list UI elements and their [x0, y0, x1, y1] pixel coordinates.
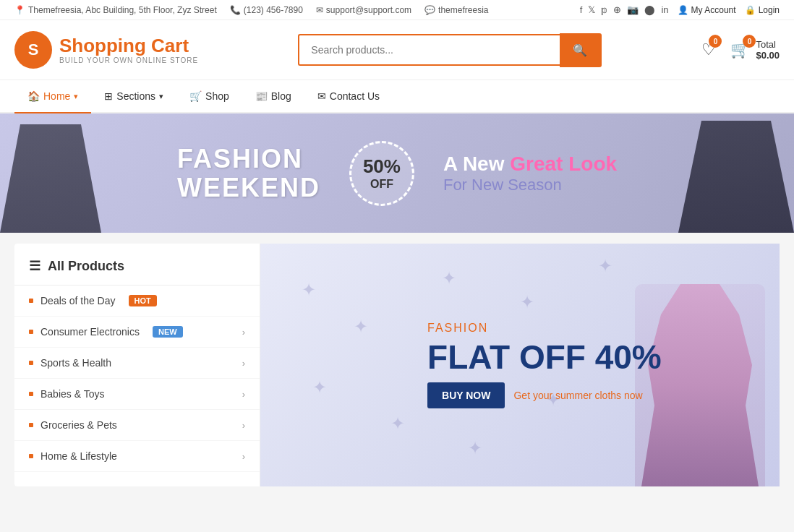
search-button[interactable]: 🔍	[560, 33, 602, 67]
location-icon: 📍	[14, 5, 25, 15]
chevron-right-icon: ›	[242, 420, 245, 431]
search-icon: 🔍	[573, 44, 587, 56]
banner-left-figure	[0, 124, 101, 233]
facebook-icon[interactable]: f	[580, 4, 583, 15]
sidebar-item-indicator	[29, 454, 33, 458]
my-account-link[interactable]: 👤 My Account	[678, 5, 736, 15]
search-bar: 🔍	[298, 33, 602, 67]
banner-content: FASHION WEEKEND 50% OFF A New Great Look…	[177, 141, 617, 206]
lock-icon: 🔒	[745, 5, 756, 15]
logo-text: Shopping Cart BUILD YOUR OWN ONLINE STOR…	[59, 35, 198, 64]
promo-content: FASHION FLAT OFF 40% BUY NOW Get your su…	[427, 322, 662, 408]
nav-item-blog[interactable]: 📰 Blog	[242, 80, 304, 113]
hot-badge: HOT	[129, 295, 157, 306]
promo-tagline: Get your summer cloths now	[513, 390, 642, 401]
sidebar-item-babies[interactable]: Babies & Toys ›	[14, 379, 260, 410]
sidebar: ☰ All Products Deals of the Day HOT Cons…	[14, 244, 260, 486]
nav-item-sections[interactable]: ⊞ Sections ▾	[91, 80, 176, 113]
chevron-down-icon: ▾	[74, 92, 78, 101]
nav-item-shop[interactable]: 🛒 Shop	[176, 80, 242, 113]
logo[interactable]: S Shopping Cart BUILD YOUR OWN ONLINE ST…	[14, 31, 198, 69]
skype-icon: 💬	[424, 5, 435, 15]
chevron-down-icon: ▾	[159, 92, 163, 101]
star-decoration: ✦	[390, 413, 405, 434]
header: S Shopping Cart BUILD YOUR OWN ONLINE ST…	[0, 20, 794, 80]
star-decoration: ✦	[312, 377, 327, 398]
sidebar-item-indicator	[29, 361, 33, 365]
promo-panel: ✦ ✦ ✦ ✦ ✦ ✦ ✦ ✦ ✦ FASHION FLAT OFF 40% B…	[260, 244, 780, 486]
sidebar-item-indicator	[29, 330, 33, 334]
sidebar-item-home-lifestyle[interactable]: Home & Lifestyle ›	[14, 441, 260, 472]
buy-now-button[interactable]: BUY NOW	[427, 382, 505, 408]
account-links: 👤 My Account 🔒 Login	[678, 5, 780, 15]
sidebar-item-electronics[interactable]: Consumer Electronics NEW ›	[14, 317, 260, 348]
sidebar-item-deals[interactable]: Deals of the Day HOT	[14, 286, 260, 317]
blog-icon: 📰	[255, 90, 268, 102]
wishlist-button[interactable]: ♡ 0	[701, 40, 716, 59]
sidebar-item-indicator	[29, 423, 33, 427]
star-decoration: ✦	[442, 268, 456, 288]
sidebar-title: ☰ All Products	[14, 258, 260, 286]
hero-banner: FASHION WEEKEND 50% OFF A New Great Look…	[0, 113, 794, 233]
chevron-right-icon: ›	[242, 451, 245, 462]
banner-right-figure	[678, 121, 794, 233]
star-decoration: ✦	[354, 317, 368, 337]
promo-flat-off: FLAT OFF 40%	[427, 340, 662, 374]
pinterest-icon[interactable]: 𝕡	[601, 4, 607, 15]
sidebar-item-groceries[interactable]: Groceries & Pets ›	[14, 410, 260, 441]
address-info: 📍 Themefreesia, Abc Building, 5th Floor,…	[14, 5, 217, 15]
cart-icon-wrap: 🛒 0	[730, 40, 750, 59]
email-icon: ✉	[316, 5, 323, 15]
envelope-icon: ✉	[317, 90, 326, 102]
chevron-right-icon: ›	[242, 389, 245, 400]
star-decoration: ✦	[520, 292, 534, 312]
search-input[interactable]	[298, 34, 560, 66]
logo-icon: S	[14, 31, 52, 69]
new-badge: NEW	[153, 326, 183, 338]
cart-nav-icon: 🛒	[189, 90, 202, 102]
star-decoration: ✦	[468, 438, 482, 458]
phone-info: 📞 (123) 456-7890	[230, 5, 303, 15]
dribbble-icon[interactable]: ⊕	[613, 4, 621, 15]
star-decoration: ✦	[302, 280, 316, 300]
cart-button[interactable]: 🛒 0 Total $0.00	[730, 39, 780, 61]
banner-discount-circle: 50% OFF	[349, 141, 414, 206]
top-bar: 📍 Themefreesia, Abc Building, 5th Floor,…	[0, 0, 794, 20]
menu-lines-icon: ☰	[29, 258, 40, 274]
phone-icon: 📞	[230, 5, 241, 15]
instagram-icon[interactable]: 📷	[627, 4, 639, 15]
email-info: ✉ support@support.com	[316, 5, 411, 15]
linkedin-icon[interactable]: in	[661, 4, 668, 15]
top-bar-right: f 𝕏 𝕡 ⊕ 📷 ⬤ in 👤 My Account 🔒 Login	[580, 4, 780, 15]
promo-cta: BUY NOW Get your summer cloths now	[427, 382, 643, 408]
grid-icon: ⊞	[104, 90, 113, 102]
wishlist-count-badge: 0	[709, 35, 722, 48]
login-link[interactable]: 🔒 Login	[745, 5, 780, 15]
chevron-right-icon: ›	[242, 327, 245, 338]
nav-item-home[interactable]: 🏠 Home ▾	[14, 80, 91, 113]
top-bar-left: 📍 Themefreesia, Abc Building, 5th Floor,…	[14, 5, 488, 15]
social-icons: f 𝕏 𝕡 ⊕ 📷 ⬤ in	[580, 4, 669, 15]
banner-text-fashion: FASHION WEEKEND	[177, 145, 320, 202]
twitter-icon[interactable]: 𝕏	[588, 4, 595, 15]
promo-fashion-label: FASHION	[427, 322, 488, 335]
flickr-icon[interactable]: ⬤	[644, 4, 655, 15]
star-decoration: ✦	[598, 256, 612, 276]
navigation: 🏠 Home ▾ ⊞ Sections ▾ 🛒 Shop 📰 Blog ✉ Co…	[0, 80, 794, 113]
cart-count-badge: 0	[743, 35, 756, 48]
skype-info: 💬 themefreesia	[424, 5, 488, 15]
chevron-right-icon: ›	[242, 358, 245, 369]
header-actions: ♡ 0 🛒 0 Total $0.00	[701, 39, 780, 61]
sidebar-item-indicator	[29, 392, 33, 396]
sidebar-item-indicator	[29, 299, 33, 303]
cart-total: Total $0.00	[756, 39, 780, 61]
sidebar-item-sports[interactable]: Sports & Health ›	[14, 348, 260, 379]
main-content: ☰ All Products Deals of the Day HOT Cons…	[14, 244, 780, 486]
home-icon: 🏠	[27, 90, 40, 102]
nav-item-contact[interactable]: ✉ Contact Us	[304, 80, 393, 113]
banner-tagline: A New Great Look For New Season	[443, 153, 617, 194]
user-icon: 👤	[678, 5, 688, 15]
